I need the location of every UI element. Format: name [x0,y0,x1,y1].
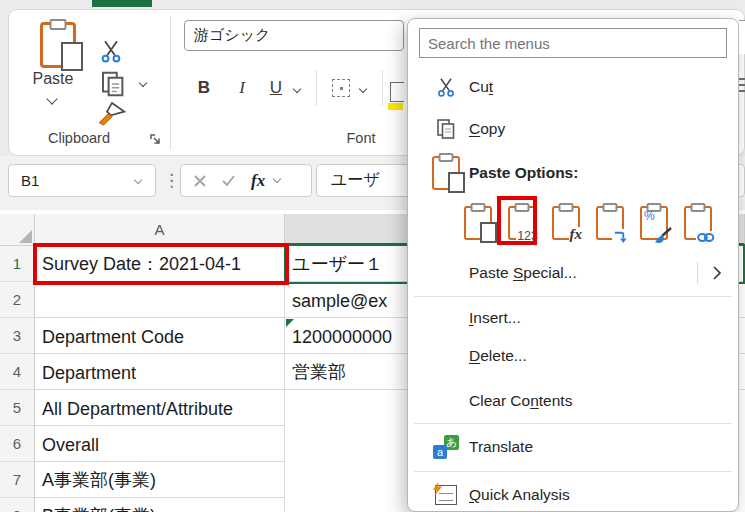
clipboard-clip [50,19,67,30]
menu-item-delete[interactable]: Delete... [408,338,736,374]
menu-item-translate[interactable]: あ a Translate [408,428,736,466]
name-box-value: B1 [21,172,39,189]
cell-a6[interactable]: Overall [35,426,285,462]
menu-divider [414,423,732,424]
name-box-chevron-icon[interactable] [134,176,142,184]
paste-clipboard-icon [40,22,76,68]
copy-icon [430,116,462,142]
translate-icon: あ a [430,435,462,459]
menu-item-quick-analysis[interactable]: Quick Analysis [408,476,736,512]
submenu-arrow-icon [712,265,722,281]
formula-controls: fx [180,164,312,197]
excel-window: Paste Clipboard 游ゴシック B I U Font B1 ⋮ [0,0,745,512]
font-name-value: 游ゴシック [194,26,270,45]
row-header-8[interactable]: 8 [0,498,35,512]
menu-item-label: Clear Contents [469,392,572,410]
ribbon-sliver-box [739,20,745,54]
cut-icon [430,75,462,99]
clipboard-group-label: Clipboard [18,130,140,146]
fill-color-swatch[interactable] [388,103,403,110]
font-group-label: Font [330,130,392,146]
clipboard-dialog-launcher-icon[interactable] [148,132,162,146]
cell-a2[interactable] [35,282,285,318]
row-header-3[interactable]: 3 [0,318,35,354]
cut-icon[interactable] [98,38,124,64]
ribbon-sliver-line [739,78,745,80]
column-header-a[interactable]: A [35,214,285,246]
paste-formatting-icon[interactable]: % [640,206,668,240]
menu-item-label: Paste Special... [469,264,577,282]
ribbon-sliver-line [739,90,745,92]
menu-item-cut[interactable]: Cut [408,69,736,105]
menu-item-label: Quick Analysis [469,486,570,504]
search-input[interactable] [419,28,727,58]
menu-item-label: Cut [469,78,493,96]
menu-item-paste-options: Paste Options: [408,155,736,191]
formula-value: ユーザ [331,170,380,191]
paste-options-row: 123 fx % [408,197,736,249]
menu-item-copy[interactable]: Copy [408,111,736,147]
underline-button[interactable]: U [264,78,288,98]
row-header-2[interactable]: 2 [0,282,35,318]
row-header-5[interactable]: 5 [0,390,35,426]
submenu-divider [697,262,698,284]
borders-icon[interactable] [332,79,350,97]
ribbon-divider [382,70,383,106]
quick-analysis-icon [430,485,462,505]
row-header-6[interactable]: 6 [0,426,35,462]
bold-button[interactable]: B [192,78,216,98]
menu-item-label: Insert... [469,309,521,327]
paste-button-label[interactable]: Paste [20,70,86,88]
select-all-triangle-icon [19,230,32,243]
menu-item-paste-special[interactable]: Paste Special... [408,255,736,291]
ribbon-group-divider [170,16,171,150]
paste-options-icon [430,156,462,190]
italic-button[interactable]: I [230,78,254,98]
menu-item-label: Copy [469,120,505,138]
menu-item-label: Translate [469,438,533,456]
font-name-box[interactable]: 游ゴシック [184,20,404,51]
error-triangle-icon [286,319,294,327]
cancel-icon[interactable] [193,174,207,188]
paste-button[interactable] [40,22,76,68]
cell-a5[interactable]: All Department/Attribute [35,390,285,426]
paste-formulas-icon[interactable]: fx [552,206,580,240]
cell-a8[interactable]: B事業部(事業) [35,498,285,512]
insert-function-icon[interactable]: fx [251,171,265,191]
menu-item-insert[interactable]: Insert... [408,300,736,336]
context-menu: Cut Copy Paste Options: 123 fx [407,18,739,512]
cell-a7[interactable]: A事業部(事業) [35,462,285,498]
paste-keep-source-icon[interactable] [464,206,492,240]
paste-link-icon[interactable] [684,206,712,240]
paste-transpose-icon[interactable] [596,206,624,240]
menu-item-clear-contents[interactable]: Clear Contents [408,383,736,419]
paste-options-label: Paste Options: [469,164,578,182]
format-painter-icon[interactable] [96,100,128,128]
select-all-button[interactable] [0,214,35,246]
clipboard-page [61,42,83,71]
menu-divider [414,471,732,472]
column-a-label: A [154,221,164,238]
cell-a1[interactable]: Survey Date：2021-04-1 [35,246,285,282]
active-ribbon-tab-indicator [92,0,152,7]
cell-a3[interactable]: Department Code [35,318,285,354]
row-header-4[interactable]: 4 [0,354,35,390]
row-header-7[interactable]: 7 [0,462,35,498]
copy-icon[interactable] [98,68,128,100]
menu-item-label: Delete... [469,347,527,365]
ribbon-divider [316,70,317,106]
fx-chevron-icon[interactable] [273,175,281,183]
formula-bar-drag-dots[interactable]: ⋮ [163,170,180,191]
menu-divider [414,296,732,297]
cell-a4[interactable]: Department [35,354,285,390]
name-box[interactable]: B1 [8,164,156,197]
row-header-1[interactable]: 1 [0,246,35,282]
enter-check-icon[interactable] [221,174,236,187]
fill-color-icon[interactable] [390,82,404,102]
ribbon-sliver-line [739,84,745,86]
paste-values-icon[interactable]: 123 [508,206,536,240]
